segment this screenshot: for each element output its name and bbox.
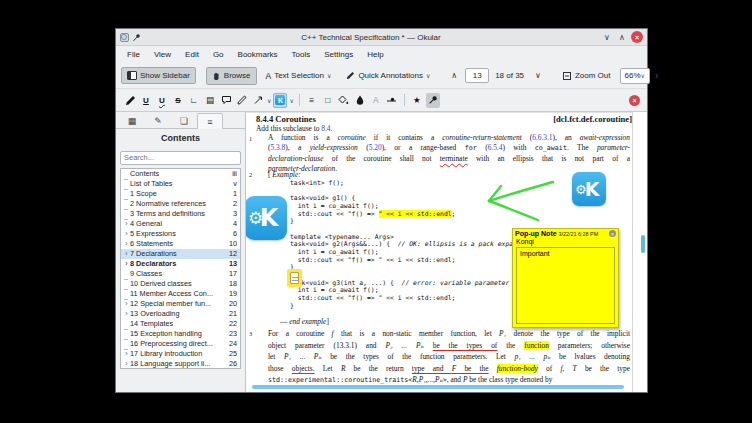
expand-arrow-icon[interactable]: › [123,359,130,369]
quick-annotations-button[interactable]: Quick Annotations ∨ [340,67,436,84]
menu-bookmarks[interactable]: Bookmarks [231,48,285,61]
gear-icon: ⚙ [575,182,587,197]
maximize-button[interactable]: ∧ [616,31,628,43]
contents-tree-item[interactable]: 15 Exception handling 23 [121,329,240,339]
close-button[interactable]: × [631,31,643,43]
contents-tree-item[interactable]: › 17 Library introduction 25 [121,349,240,359]
typewriter-tool-icon[interactable]: ∟ [187,93,201,108]
chevron-down-icon: ∨ [641,72,645,79]
contents-item-page: 23 [229,329,237,338]
expand-arrow-icon[interactable]: › [123,229,130,239]
squiggle-tool-icon[interactable]: U [155,93,169,108]
contents-tree-item[interactable]: › 18 Language support li... 26 [121,359,240,369]
popup-note-body[interactable]: Important [516,247,615,324]
tab-thumbnails-icon[interactable]: ▦ [119,112,145,128]
line-width-icon[interactable]: ≡ [305,93,319,108]
underline-tool-icon[interactable]: U [139,93,153,108]
expand-arrow-icon[interactable]: › [123,259,130,269]
contents-tree-item[interactable]: › 13 Overloading 21 [121,309,240,319]
paragraph-number: 2 [249,171,252,178]
annotation-toolbar: U U S ∟ ▤ ∨ K ∨ ≡ □ A ★ × [116,89,647,112]
menu-go[interactable]: Go [206,48,231,61]
contents-tree-item[interactable]: › 4 General 4 [121,219,240,229]
menu-file[interactable]: File [120,48,147,61]
chevron-down-icon[interactable]: ∨ [289,97,293,104]
next-page-button[interactable]: ∨ [530,69,546,82]
browse-button[interactable]: Browse [206,67,257,85]
contents-search-input[interactable] [120,151,241,165]
shape-tool-icon[interactable]: □ [321,93,335,108]
kde-logo-stamp-annotation[interactable]: ⚙ K [572,172,606,206]
menu-view[interactable]: View [147,48,178,61]
contents-tree-item[interactable]: 16 Preprocessing direct... 24 [121,339,240,349]
popup-note-tool-icon[interactable] [219,93,233,108]
expand-arrow-icon[interactable]: › [123,239,130,249]
chevron-down-icon[interactable]: ∨ [267,97,271,104]
contents-tree-item[interactable]: 1 Scope 1 [121,189,240,199]
menu-edit[interactable]: Edit [178,48,206,61]
stamp-tool-icon[interactable]: K [273,93,287,108]
contents-tree-item[interactable]: 10 Derived classes 18 [121,279,240,289]
pin-tool-icon[interactable] [426,93,440,108]
horizontal-scrollbar[interactable] [252,385,624,389]
popup-note-close-icon[interactable]: × [609,230,616,237]
example-close: — end example] [280,317,329,326]
font-settings-icon[interactable]: A [369,93,383,108]
note-annotation-icon[interactable] [287,269,302,287]
okular-window: C++ Technical Specification * — Okular ∨… [115,28,648,393]
zoom-out-button[interactable]: Zoom Out [556,67,617,85]
main-toolbar: Show Sidebar Browse A Text Selection ∨ Q… [116,63,647,89]
document-view[interactable]: 8.4.4 Coroutines [dcl.fct.def.coroutine]… [246,112,647,392]
contents-tree-item[interactable]: › 12 Special member fun... 20 [121,299,240,309]
expand-arrow-icon[interactable]: › [123,219,130,229]
expand-arrow-icon[interactable]: › [123,299,130,309]
expand-arrow-icon[interactable]: › [123,309,130,319]
contents-tree-item[interactable]: › 7 Declarations 12 [121,249,240,259]
contents-tree-item[interactable]: › 6 Statements 10 [121,239,240,249]
popup-note-header[interactable]: Pop-up Note 3/22/21 6:28 PM × [513,229,618,238]
arrow-tool-icon[interactable] [251,93,265,108]
menu-help[interactable]: Help [360,48,390,61]
stroke-settings-icon[interactable] [385,93,399,108]
expand-arrow-icon[interactable]: › [123,249,130,259]
highlighter-tool-icon[interactable] [123,93,137,108]
show-sidebar-button[interactable]: Show Sidebar [121,67,196,84]
inline-note-tool-icon[interactable]: ▤ [203,93,217,108]
contents-tree-item[interactable]: 9 Classes 17 [121,269,240,279]
contents-item-label: 3 Terms and definitions [130,209,230,218]
contents-item-label: 10 Derived classes [130,279,226,288]
fill-color-icon[interactable] [337,93,351,108]
popup-note[interactable]: Pop-up Note 3/22/21 6:28 PM × Konqi Impo… [512,228,619,328]
titlebar[interactable]: C++ Technical Specification * — Okular ∨… [116,29,647,46]
vertical-scrollbar[interactable] [641,235,645,253]
tab-contents-icon[interactable]: ≡ [197,113,223,129]
expand-arrow-icon[interactable]: › [123,349,130,359]
contents-tree-item[interactable]: › 5 Expressions 6 [121,229,240,239]
contents-tree-item[interactable]: › 8 Declarators 13 [121,259,240,269]
strikeout-tool-icon[interactable]: S [171,93,185,108]
gear-icon: ⚙ [248,208,263,229]
contents-tree-item[interactable]: List of Tables v [121,179,240,189]
tab-annotations-icon[interactable]: ✎ [145,112,171,128]
previous-page-button[interactable]: ∧ [446,69,462,82]
green-arrow-annotation[interactable] [480,174,558,226]
zoom-level-combobox[interactable]: 66% ∨ [620,68,650,84]
popup-note-author: Konqi [513,238,618,246]
minimize-button[interactable]: ∨ [601,31,613,43]
close-annotation-toolbar-button[interactable]: × [629,95,640,106]
contents-tree-item[interactable]: Contents iii [121,169,240,179]
tab-bookmarks-icon[interactable]: ❏ [171,112,197,128]
text-selection-button[interactable]: A Text Selection ∨ [260,67,338,85]
favorite-star-icon[interactable]: ★ [410,93,424,108]
contents-tree-item[interactable]: 3 Terms and definitions 3 [121,209,240,219]
menu-tools[interactable]: Tools [285,48,318,61]
page-number-input[interactable] [465,68,489,83]
freehand-tool-icon[interactable] [235,93,249,108]
opacity-droplet-icon[interactable] [353,93,367,108]
contents-tree-item[interactable]: 2 Normative references 2 [121,199,240,209]
toolbar-overflow-button[interactable]: › [653,70,660,81]
contents-tree-item[interactable]: 14 Templates 22 [121,319,240,329]
menu-settings[interactable]: Settings [317,48,360,61]
contents-tree-item[interactable]: 11 Member Access Con... 19 [121,289,240,299]
kde-logo-stamp-annotation[interactable]: ⚙ K [246,196,287,240]
